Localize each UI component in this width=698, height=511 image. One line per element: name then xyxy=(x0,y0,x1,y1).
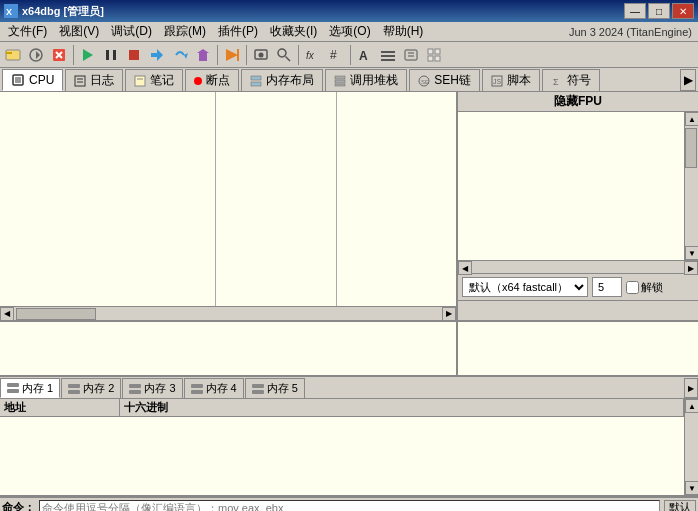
col-hex: 十六进制 xyxy=(120,399,684,416)
memory-section: 内存 1 内存 2 内存 3 内存 4 内存 5 ▶ 地址 十六进制 xyxy=(0,377,698,497)
svg-text:SE: SE xyxy=(421,79,429,85)
tab-callstack[interactable]: 调用堆栈 xyxy=(325,69,407,91)
tab-breakpoints[interactable]: 断点 xyxy=(185,69,239,91)
mem-tab-icon-1 xyxy=(7,383,19,393)
svg-rect-60 xyxy=(252,384,264,388)
fpu-scroll-left[interactable]: ◀ xyxy=(458,261,472,275)
mem-scroll-down[interactable]: ▼ xyxy=(685,481,698,495)
svg-rect-40 xyxy=(135,76,145,86)
svg-rect-55 xyxy=(68,390,80,394)
fpu-scroll-down[interactable]: ▼ xyxy=(685,246,698,260)
scrollbar-track xyxy=(14,308,442,320)
fpu-body-row: ▲ ▼ xyxy=(458,112,698,260)
titlebar-title: x64dbg [管理员] xyxy=(22,4,104,19)
svg-text:JS: JS xyxy=(493,78,502,85)
cpu-right-fpu: 隐藏FPU ▲ ▼ ◀ ▶ 默认（x64 fastcall） 解 xyxy=(458,92,698,320)
fpu-scrollbar-thumb[interactable] xyxy=(685,128,697,168)
tb-windows[interactable] xyxy=(423,44,445,66)
fpu-body xyxy=(458,112,684,260)
maximize-button[interactable]: □ xyxy=(648,3,670,19)
seh-icon: SE xyxy=(418,75,430,87)
cpu-panels xyxy=(0,92,456,306)
tb-options[interactable] xyxy=(400,44,422,66)
svg-rect-59 xyxy=(191,390,203,394)
svg-text:#: # xyxy=(330,48,337,62)
svg-point-19 xyxy=(259,52,264,57)
menu-trace[interactable]: 跟踪(M) xyxy=(158,22,212,41)
tb-run[interactable] xyxy=(77,44,99,66)
build-date: Jun 3 2024 (TitanEngine) xyxy=(569,26,696,38)
scroll-left-arrow[interactable]: ◀ xyxy=(0,307,14,321)
tb-restart[interactable] xyxy=(25,44,47,66)
svg-rect-56 xyxy=(129,384,141,388)
tb-open[interactable] xyxy=(2,44,24,66)
script-icon: JS xyxy=(491,75,503,87)
svg-rect-54 xyxy=(68,384,80,388)
svg-line-21 xyxy=(286,56,291,61)
menu-help[interactable]: 帮助(H) xyxy=(377,22,430,41)
unlock-checkbox[interactable] xyxy=(626,281,639,294)
tb-step-over[interactable] xyxy=(169,44,191,66)
scrollbar-thumb[interactable] xyxy=(16,308,96,320)
tb-pause[interactable] xyxy=(100,44,122,66)
mem-tab-4[interactable]: 内存 4 xyxy=(184,378,244,398)
menu-file[interactable]: 文件(F) xyxy=(2,22,53,41)
tb-search[interactable] xyxy=(273,44,295,66)
command-input[interactable] xyxy=(39,500,660,512)
svg-rect-27 xyxy=(381,59,395,61)
svg-rect-33 xyxy=(428,56,433,61)
fpu-scroll-up[interactable]: ▲ xyxy=(685,112,698,126)
tab-symbols[interactable]: Σ 符号 xyxy=(542,69,600,91)
svg-rect-12 xyxy=(129,50,139,60)
tb-screenshot[interactable] xyxy=(250,44,272,66)
close-button[interactable]: ✕ xyxy=(672,3,694,19)
tb-step-out[interactable] xyxy=(192,44,214,66)
fpu-scroll-row: ◀ ▶ xyxy=(458,260,698,274)
tb-step-into[interactable] xyxy=(146,44,168,66)
scroll-right-arrow[interactable]: ▶ xyxy=(442,307,456,321)
svg-rect-34 xyxy=(435,56,440,61)
tab-log[interactable]: 日志 xyxy=(65,69,123,91)
tab-cpu[interactable]: CPU xyxy=(2,69,63,91)
tb-font[interactable]: A xyxy=(354,44,376,66)
mem-tab-2[interactable]: 内存 2 xyxy=(61,378,121,398)
mem-tab-icon-2 xyxy=(68,384,80,394)
svg-marker-13 xyxy=(151,49,163,61)
mem-tab-1[interactable]: 内存 1 xyxy=(0,378,60,398)
tb-stop[interactable] xyxy=(123,44,145,66)
memory-table: 地址 十六进制 xyxy=(0,399,684,495)
toolbar-sep-1 xyxy=(73,45,74,65)
tabs-scroll-right[interactable]: ▶ xyxy=(680,69,696,91)
command-label: 命令： xyxy=(2,500,35,511)
menu-options[interactable]: 选项(O) xyxy=(323,22,376,41)
menu-debug[interactable]: 调试(D) xyxy=(105,22,158,41)
tab-memory-layout[interactable]: 内存布局 xyxy=(241,69,323,91)
tb-run-to[interactable] xyxy=(221,44,243,66)
mem-tabs-scroll-right[interactable]: ▶ xyxy=(684,378,698,398)
tab-seh[interactable]: SE SEH链 xyxy=(409,69,480,91)
tb-hash[interactable]: # xyxy=(325,44,347,66)
tb-close[interactable] xyxy=(48,44,70,66)
tab-notes[interactable]: 笔记 xyxy=(125,69,183,91)
fastcall-dropdown[interactable]: 默认（x64 fastcall） xyxy=(462,277,588,297)
svg-marker-15 xyxy=(197,49,209,61)
menu-plugins[interactable]: 插件(P) xyxy=(212,22,264,41)
fpu-scroll-right[interactable]: ▶ xyxy=(684,261,698,275)
minimize-button[interactable]: — xyxy=(624,3,646,19)
menu-favorites[interactable]: 收藏夹(I) xyxy=(264,22,323,41)
menubar: 文件(F) 视图(V) 调试(D) 跟踪(M) 插件(P) 收藏夹(I) 选项(… xyxy=(0,22,698,42)
fastcall-value[interactable] xyxy=(592,277,622,297)
middle-right-panel xyxy=(458,322,698,375)
mem-scroll-up[interactable]: ▲ xyxy=(685,399,698,413)
tab-script[interactable]: JS 脚本 xyxy=(482,69,540,91)
titlebar: X x64dbg [管理员] — □ ✕ xyxy=(0,0,698,22)
unlock-label: 解锁 xyxy=(626,280,663,295)
tb-settings[interactable] xyxy=(377,44,399,66)
menu-view[interactable]: 视图(V) xyxy=(53,22,105,41)
svg-rect-37 xyxy=(75,76,85,86)
tb-asm[interactable]: fx xyxy=(302,44,324,66)
mem-tab-3[interactable]: 内存 3 xyxy=(122,378,182,398)
mem-tab-5[interactable]: 内存 5 xyxy=(245,378,305,398)
cpu-panel-registers xyxy=(216,92,336,306)
titlebar-controls: — □ ✕ xyxy=(624,3,694,19)
